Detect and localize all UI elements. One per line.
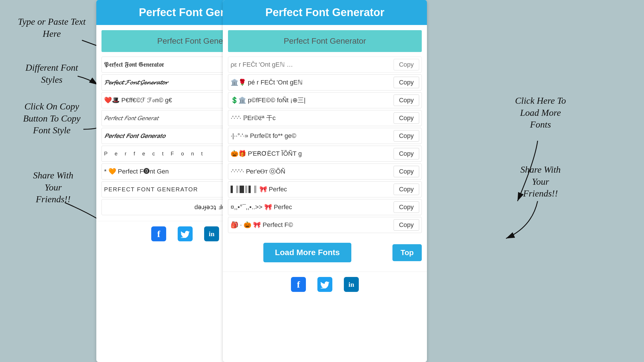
font-text: ·'·'·'· ℙEr©𝔈ª 干c: [231, 114, 394, 122]
twitter-icon[interactable]: [317, 277, 332, 292]
font-row: ·|··°·'·» Pεrfe©t fo** ge© Copy: [228, 128, 422, 144]
copy-button[interactable]: Copy: [394, 148, 419, 159]
font-row: 🎃🎁 ΡΈɌƠЁCT ĨÕÑТ g Copy: [228, 146, 422, 162]
font-text: ·'·'·'·'· Реr'еⲐт ⓞÕÑ: [231, 167, 394, 176]
right-phone-panel: Perfect Font Generator ρε r FEČt 'Ont gE…: [223, 0, 427, 362]
copy-button[interactable]: Copy: [394, 59, 419, 70]
annotation-font-styles: Different FontStyles: [12, 62, 92, 86]
font-text: ¤,,•°¯,,•..>> 🎀 Perfec: [231, 203, 394, 211]
linkedin-icon[interactable]: in: [204, 226, 219, 241]
right-social-bar: f in: [223, 272, 427, 297]
font-text: ρε r FEČt 'Ont gEℕ …: [231, 61, 394, 68]
top-button[interactable]: Top: [392, 244, 422, 261]
font-row: 🎒 · 🎃 🎀 Perfect F© Copy: [228, 217, 422, 233]
font-row: 💲🏛️ p©fFE©© foÑt ¡⊕三| Copy: [228, 92, 422, 108]
font-row: ·'·'·'· ℙEr©𝔈ª 干c Copy: [228, 110, 422, 126]
right-panel-header: Perfect Font Generator: [223, 0, 427, 25]
annotation-share-right: Share WithYourFriends!!: [500, 164, 581, 200]
load-more-button[interactable]: Load More Fonts: [263, 243, 351, 262]
font-row: ▌║█║▌║ 🎀 Perfec Copy: [228, 181, 422, 197]
font-row: ·'·'·'·'· Реr'еⲐт ⓞÕÑ Copy: [228, 163, 422, 180]
copy-button[interactable]: Copy: [394, 112, 419, 124]
linkedin-icon[interactable]: in: [344, 277, 359, 292]
font-text: 🏛️🌹 pé r FEČt 'Ont gEℕ: [231, 79, 394, 86]
annotation-type-paste: Type or Paste Text Here: [12, 16, 92, 40]
font-text: 💲🏛️ p©fFE©© foÑt ¡⊕三|: [231, 96, 394, 105]
facebook-icon[interactable]: f: [151, 226, 166, 241]
annotation-load-more: Click Here ToLoad MoreFonts: [497, 95, 584, 131]
copy-button[interactable]: Copy: [394, 201, 419, 213]
twitter-icon[interactable]: [178, 226, 193, 241]
annotation-share-left: Share WithYourFriends!!: [16, 170, 91, 205]
right-text-input[interactable]: [228, 30, 422, 52]
annotation-copy-button: Click On CopyButton To CopyFont Style: [9, 101, 95, 136]
font-text: ▌║█║▌║ 🎀 Perfec: [231, 186, 394, 193]
copy-button[interactable]: Copy: [394, 130, 419, 142]
copy-button[interactable]: Copy: [394, 166, 419, 177]
font-row-truncated: ρε r FEČt 'Ont gEℕ … Copy: [228, 57, 422, 73]
facebook-icon[interactable]: f: [291, 277, 306, 292]
font-text: 🎃🎁 ΡΈɌƠЁCT ĨÕÑТ g: [231, 150, 394, 157]
font-row: ¤,,•°¯,,•..>> 🎀 Perfec Copy: [228, 199, 422, 215]
font-row: 🏛️🌹 pé r FEČt 'Ont gEℕ Copy: [228, 74, 422, 90]
copy-button[interactable]: Copy: [394, 95, 419, 106]
copy-button[interactable]: Copy: [394, 77, 419, 88]
copy-button[interactable]: Copy: [394, 184, 419, 195]
font-text: 🎒 · 🎃 🎀 Perfect F©: [231, 221, 394, 229]
copy-button[interactable]: Copy: [394, 219, 419, 231]
font-text: ·|··°·'·» Pεrfe©t fo** ge©: [231, 132, 394, 140]
